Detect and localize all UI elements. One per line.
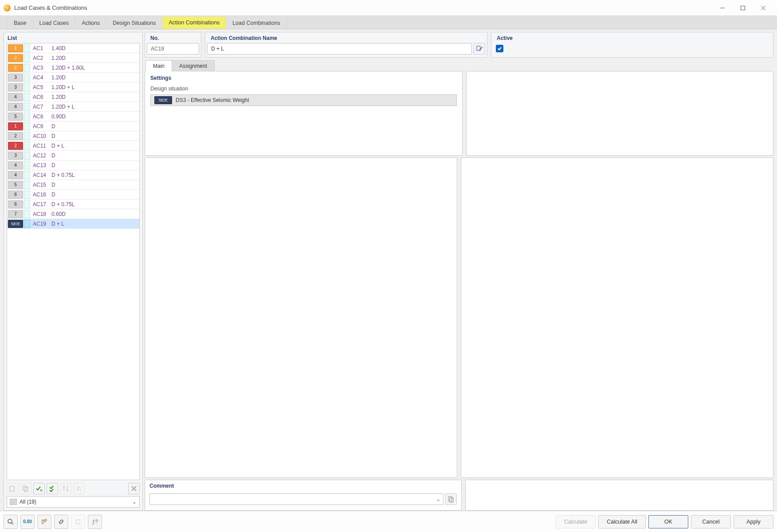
list-ac: AC7 <box>32 104 51 110</box>
list-color-chip <box>24 142 30 150</box>
list-desc: D <box>51 192 139 198</box>
list-badge: 2 <box>8 54 23 62</box>
list-row-ac3[interactable]: 2AC31.20D + 1.60L <box>7 63 139 73</box>
refresh-button[interactable] <box>71 515 85 529</box>
tab-base[interactable]: Base <box>7 17 33 29</box>
maximize-button[interactable] <box>733 1 753 15</box>
no-header: No. <box>147 33 199 43</box>
list-row-ac17[interactable]: 6AC17D + 0.75L <box>7 200 139 209</box>
list-row-ac18[interactable]: 7AC180.60D <box>7 209 139 219</box>
list-row-ac4[interactable]: 3AC41.20D <box>7 73 139 82</box>
tab-load-combinations[interactable]: Load Combinations <box>226 17 287 29</box>
svg-rect-11 <box>448 497 452 501</box>
list-header: List <box>7 33 140 43</box>
list-color-chip <box>24 171 30 179</box>
cancel-button[interactable]: Cancel <box>691 515 731 528</box>
list-ac: AC15 <box>32 182 51 188</box>
list-color-chip <box>24 220 30 228</box>
svg-rect-6 <box>24 487 28 492</box>
active-header: Active <box>493 33 771 43</box>
list-row-ac6[interactable]: 4AC61.20D <box>7 92 139 102</box>
list-color-chip <box>24 74 30 82</box>
list-desc: D + 0.75L <box>51 172 139 178</box>
list-desc: D <box>51 153 139 159</box>
svg-point-7 <box>40 489 42 491</box>
footer-bar: 0.00 ƒ? Calculate Calculate All OK Cance… <box>0 511 777 532</box>
design-situation-select[interactable]: SE/E DS3 - Effective Seismic Weight <box>150 94 457 106</box>
subtab-main[interactable]: Main <box>145 60 172 71</box>
tab-load-cases[interactable]: Load Cases <box>33 17 76 29</box>
middle-right-panel <box>461 157 773 478</box>
name-input[interactable]: D + L <box>207 43 472 55</box>
calculate-all-button[interactable]: Calculate All <box>598 515 646 528</box>
renumber-button[interactable]: 2⤵ <box>73 483 85 494</box>
list-desc: D <box>51 162 139 168</box>
design-situation-value: DS3 - Effective Seismic Weight <box>176 97 249 103</box>
list-color-chip <box>24 132 30 140</box>
edit-name-button[interactable] <box>474 43 485 55</box>
list-row-ac2[interactable]: 2AC21.20D <box>7 53 139 63</box>
list-color-chip <box>24 64 30 72</box>
list-row-ac15[interactable]: 5AC15D <box>7 180 139 190</box>
active-checkbox[interactable] <box>496 45 503 52</box>
list-color-chip <box>24 152 30 160</box>
function-button[interactable]: ƒ? <box>88 515 102 529</box>
list-row-ac16[interactable]: 6AC16D <box>7 190 139 200</box>
list-row-ac19[interactable]: SE/EAC19D + L <box>7 219 139 229</box>
list-color-chip <box>24 103 30 111</box>
calculate-button[interactable]: Calculate <box>556 515 596 528</box>
apply-button[interactable]: Apply <box>734 515 773 528</box>
list-color-chip <box>24 181 30 189</box>
link-button[interactable] <box>54 515 68 529</box>
list-badge: 4 <box>8 93 23 101</box>
list-badge: 5 <box>8 181 23 189</box>
check-all-button[interactable] <box>47 483 58 494</box>
tab-actions[interactable]: Actions <box>75 17 106 29</box>
list-row-ac9[interactable]: 1AC9D <box>7 121 139 131</box>
copy-button[interactable] <box>20 483 31 494</box>
check-some-button[interactable] <box>33 483 45 494</box>
tab-design-situations[interactable]: Design Situations <box>106 17 162 29</box>
units-button[interactable]: 0.00 <box>20 515 35 529</box>
list-row-ac14[interactable]: 4AC14D + 0.75L <box>7 170 139 180</box>
list-row-ac10[interactable]: 2AC10D <box>7 131 139 141</box>
list-badge: 1 <box>8 122 23 130</box>
list-ac: AC19 <box>32 221 51 227</box>
list-filter-select[interactable]: All (19) <box>7 496 140 508</box>
action-combo-list[interactable]: 1AC11.40D2AC21.20D2AC31.20D + 1.60L3AC41… <box>7 43 140 480</box>
list-row-ac12[interactable]: 3AC12D <box>7 151 139 160</box>
list-desc: D + 0.75L <box>51 201 139 207</box>
list-ac: AC13 <box>32 162 51 168</box>
list-row-ac5[interactable]: 3AC51.20D + L <box>7 82 139 92</box>
tab-action-combinations[interactable]: Action Combinations <box>163 17 227 29</box>
ok-button[interactable]: OK <box>648 515 688 528</box>
subtab-assignment[interactable]: Assignment <box>172 60 215 71</box>
comment-combo[interactable] <box>149 493 443 505</box>
list-color-chip <box>24 93 30 101</box>
list-row-ac13[interactable]: 4AC13D <box>7 160 139 170</box>
comment-edit-button[interactable] <box>445 493 457 505</box>
comment-panel: Comment <box>145 480 462 511</box>
list-row-ac11[interactable]: 2AC11D + L <box>7 141 139 151</box>
list-row-ac7[interactable]: 4AC71.20D + L <box>7 102 139 112</box>
close-button[interactable] <box>753 1 773 15</box>
list-desc: 1.40D <box>51 45 139 51</box>
list-row-ac8[interactable]: 5AC80.90D <box>7 112 139 121</box>
detail-subtabs: MainAssignment <box>145 60 773 71</box>
list-color-chip <box>24 200 30 208</box>
list-row-ac1[interactable]: 1AC11.40D <box>7 43 139 53</box>
list-desc: 0.90D <box>51 113 139 120</box>
list-badge: 3 <box>8 152 23 160</box>
settings-header: Settings <box>150 75 457 81</box>
new-button[interactable] <box>7 483 18 494</box>
delete-button[interactable] <box>128 483 140 494</box>
list-desc: 1.20D <box>51 94 139 100</box>
search-icon-button[interactable] <box>4 515 18 529</box>
sort-button[interactable] <box>60 483 71 494</box>
list-color-chip <box>24 191 30 199</box>
minimize-button[interactable] <box>712 1 733 15</box>
combination-tree-button[interactable] <box>37 515 51 529</box>
comment-header: Comment <box>149 483 457 489</box>
no-input[interactable]: AC19 <box>147 43 199 55</box>
list-badge: 2 <box>8 64 23 72</box>
